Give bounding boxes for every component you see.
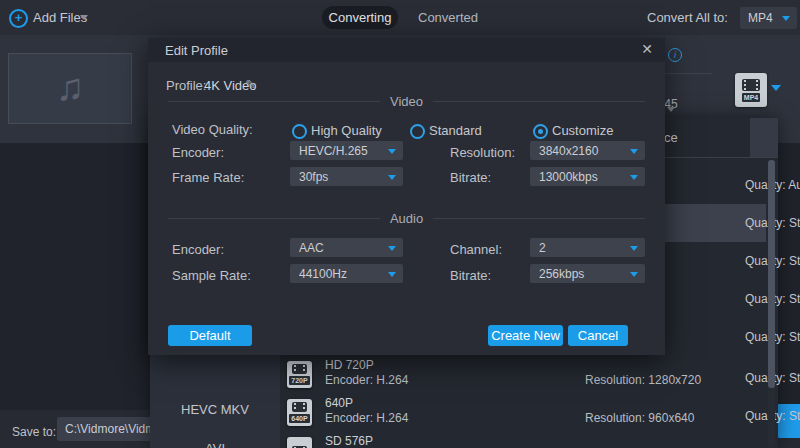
radio-standard[interactable]	[410, 124, 425, 139]
audio-section-label: Audio	[390, 211, 423, 226]
sample-rate-value: 44100Hz	[299, 267, 347, 281]
chevron-down-icon	[630, 149, 638, 154]
audio-bitrate-label: Bitrate:	[450, 268, 491, 283]
profile-label: Profile:	[166, 78, 206, 93]
close-icon[interactable]: ✕	[638, 41, 656, 57]
row-resolution: Resolution: 1280x720	[585, 373, 701, 387]
sidebar-item-avi[interactable]: AVI	[150, 441, 280, 448]
row-title: SD 576P	[325, 434, 373, 448]
radio-standard-label: Standard	[429, 123, 482, 138]
convert-all-format-value: MP4	[748, 11, 773, 25]
convert-all-format-dropdown[interactable]: MP4	[740, 7, 797, 29]
dialog-titlebar: Edit Profile ✕	[148, 38, 665, 62]
chevron-down-icon	[782, 16, 790, 21]
video-bitrate-label: Bitrate:	[450, 170, 491, 185]
audio-section-divider: Audio	[168, 211, 645, 225]
radio-customize[interactable]	[533, 124, 548, 139]
save-to-label: Save to:	[12, 425, 56, 439]
format-dropdown-chevron-icon[interactable]	[771, 85, 781, 91]
add-files-chevron-down-icon[interactable]	[80, 15, 88, 20]
row-resolution: Resolution: 960x640	[585, 411, 694, 425]
badge-label: 720P	[289, 376, 309, 385]
row-encoder: Encoder: H.264	[325, 373, 408, 387]
resolution-label: Resolution:	[450, 145, 515, 160]
frame-rate-label: Frame Rate:	[172, 170, 244, 185]
create-new-button[interactable]: Create New	[488, 325, 563, 346]
tab-converting[interactable]: Converting	[322, 6, 398, 29]
format-badge-label: MP4	[742, 93, 760, 102]
video-encoder-value: HEVC/H.265	[299, 144, 368, 158]
radio-high-quality-label: High Quality	[311, 123, 382, 138]
audio-encoder-value: AAC	[299, 241, 324, 255]
chevron-down-icon	[630, 246, 638, 251]
sample-rate-dropdown[interactable]: 44100Hz	[290, 264, 403, 283]
film-icon	[742, 79, 760, 91]
film-icon	[292, 364, 307, 374]
row-encoder: Encoder: H.264	[325, 411, 408, 425]
resolution-value: 3840x2160	[539, 144, 598, 158]
row-title: 640P	[325, 396, 353, 410]
chevron-down-icon	[388, 246, 396, 251]
video-encoder-dropdown[interactable]: HEVC/H.265	[290, 141, 403, 160]
radio-high-quality[interactable]	[292, 124, 307, 139]
info-icon[interactable]: i	[668, 48, 682, 62]
resolution-dropdown[interactable]: 3840x2160	[530, 141, 645, 160]
panel-search-area[interactable]	[750, 118, 778, 157]
frame-rate-dropdown[interactable]: 30fps	[290, 167, 403, 186]
tab-converted[interactable]: Converted	[418, 10, 478, 25]
audio-encoder-label: Encoder:	[172, 242, 224, 257]
video-encoder-label: Encoder:	[172, 145, 224, 160]
edit-pencil-icon[interactable]: ✎	[245, 77, 256, 92]
channel-value: 2	[539, 241, 546, 255]
channel-label: Channel:	[450, 242, 502, 257]
chevron-down-icon	[630, 175, 638, 180]
audio-bitrate-dropdown[interactable]: 256kbps	[530, 264, 645, 283]
row-title: HD 720P	[325, 358, 374, 372]
audio-encoder-dropdown[interactable]: AAC	[290, 238, 403, 257]
profile-row-640p[interactable]: 640P 640P Encoder: H.264 Resolution: 960…	[280, 394, 766, 432]
film-badge-sd	[287, 437, 312, 448]
video-section-divider: Video	[168, 94, 645, 108]
video-quality-label: Video Quality:	[172, 122, 253, 137]
output-format-button[interactable]: MP4	[735, 73, 767, 107]
channel-dropdown[interactable]: 2	[530, 238, 645, 257]
convert-all-to-label: Convert All to:	[647, 10, 728, 25]
music-note-icon: ♫	[56, 66, 85, 108]
cancel-button[interactable]: Cancel	[568, 325, 628, 346]
panel-scrollbar[interactable]	[768, 160, 775, 448]
film-badge-640p: 640P	[287, 399, 312, 426]
audio-bitrate-value: 256kbps	[539, 267, 584, 281]
add-files-plus-icon[interactable]: +	[9, 9, 28, 28]
profile-row-sd576p[interactable]: SD 576P ⚙	[280, 432, 766, 448]
video-section-label: Video	[390, 94, 423, 109]
chevron-down-icon	[388, 272, 396, 277]
radio-customize-label: Customize	[552, 123, 613, 138]
chevron-down-icon	[388, 149, 396, 154]
app-window: + Add Files Converting Converted Convert…	[0, 0, 800, 448]
profile-row-hd720p[interactable]: 720P HD 720P Encoder: H.264 Resolution: …	[280, 356, 766, 394]
sidebar-item-hevc-mkv[interactable]: HEVC MKV	[150, 402, 280, 417]
film-icon	[292, 402, 307, 412]
scrollbar-thumb[interactable]	[768, 160, 775, 388]
video-bitrate-dropdown[interactable]: 13000kbps	[530, 167, 645, 186]
media-thumbnail[interactable]: ♫	[8, 53, 132, 124]
default-button[interactable]: Default	[168, 325, 252, 346]
film-badge-720p: 720P	[287, 361, 312, 388]
dialog-title: Edit Profile	[165, 43, 228, 58]
edit-profile-dialog: Edit Profile ✕ Profile: 4K Video ✎ Video…	[148, 38, 665, 355]
chevron-down-icon[interactable]	[667, 107, 675, 112]
chevron-down-icon	[630, 272, 638, 277]
frame-rate-value: 30fps	[299, 170, 328, 184]
sample-rate-label: Sample Rate:	[172, 268, 251, 283]
chevron-down-icon	[388, 175, 396, 180]
top-toolbar: + Add Files Converting Converted Convert…	[0, 0, 800, 35]
video-bitrate-value: 13000kbps	[539, 170, 598, 184]
badge-label: 640P	[289, 414, 309, 423]
